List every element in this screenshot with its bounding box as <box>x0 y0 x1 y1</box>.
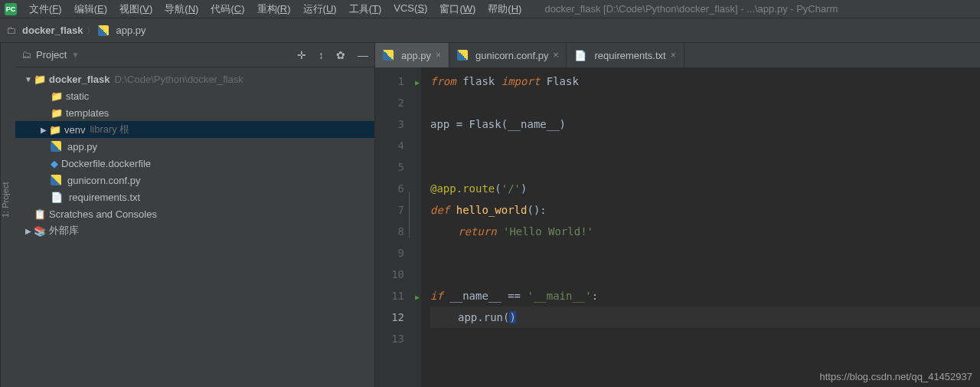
window-title: docker_flask [D:\Code\Python\docker_flas… <box>544 3 838 15</box>
tree-label: requirements.txt <box>69 192 140 203</box>
code-editor[interactable]: from flask import Flaskapp = Flask(__nam… <box>421 67 980 387</box>
disclosure-triangle-icon[interactable] <box>38 126 49 134</box>
tree-file-gunicorn[interactable]: gunicorn.conf.py <box>15 172 374 189</box>
close-icon[interactable]: × <box>671 50 676 61</box>
chevron-down-icon[interactable]: ▼ <box>71 51 79 59</box>
tab-label: app.py <box>401 50 431 61</box>
code-line[interactable]: def hello_world(): <box>430 199 980 221</box>
line-number[interactable]: 3 <box>375 113 404 135</box>
breadcrumb-file-label: app.py <box>116 25 146 36</box>
tool-window-tab-project[interactable]: 1: Project <box>0 43 15 387</box>
tree-label: venv <box>64 124 85 136</box>
line-number[interactable]: 5 <box>375 156 404 178</box>
minimize-icon[interactable]: — <box>358 49 368 61</box>
editor-tab[interactable]: requirements.txt× <box>567 43 684 67</box>
expand-icon[interactable]: ↕ <box>318 49 324 61</box>
run-marker-icon[interactable]: ▶ <box>415 72 420 93</box>
python-icon <box>51 175 61 185</box>
tree-label: Scratches and Consoles <box>49 208 157 220</box>
code-line[interactable] <box>430 156 980 178</box>
editor-tab[interactable]: app.py× <box>375 43 449 67</box>
tree-file-dockerfile[interactable]: ◆ Dockerfile.dockerfile <box>15 155 374 172</box>
code-line[interactable] <box>430 242 980 264</box>
tree-file-requirements[interactable]: requirements.txt <box>15 189 374 205</box>
project-panel-title: Project <box>36 49 67 61</box>
code-line[interactable]: if __name__ == '__main__': <box>430 285 980 307</box>
menu-bar: PC 文件(F)编辑(E)视图(V)导航(N)代码(C)重构(R)运行(U)工具… <box>0 0 980 18</box>
tree-folder-venv[interactable]: venv library 根 <box>15 121 374 138</box>
tree-file-app[interactable]: app.py <box>15 138 374 155</box>
code-line[interactable] <box>430 264 980 285</box>
folder-icon <box>51 107 63 119</box>
menu-item[interactable]: 文件(F) <box>23 1 68 18</box>
editor-area: app.py×gunicorn.conf.py×requirements.txt… <box>375 43 980 387</box>
line-number[interactable]: 7 <box>375 199 404 221</box>
breadcrumb-file[interactable]: app.py <box>98 25 146 36</box>
code-line[interactable]: from flask import Flask <box>430 71 980 92</box>
line-number[interactable]: 12 <box>375 307 404 328</box>
menu-item[interactable]: 导航(N) <box>158 1 204 18</box>
close-icon[interactable]: × <box>553 50 558 61</box>
line-number[interactable]: 10 <box>375 264 404 285</box>
code-line[interactable] <box>430 135 980 156</box>
tree-label: templates <box>66 107 109 119</box>
line-number[interactable]: 11 <box>375 285 404 307</box>
menu-item[interactable]: 工具(T) <box>343 1 388 18</box>
editor-tab[interactable]: gunicorn.conf.py× <box>449 43 567 67</box>
code-line[interactable]: app = Flask(__name__) <box>430 113 980 135</box>
code-line[interactable]: @app.route('/') <box>430 178 980 199</box>
menu-item[interactable]: 帮助(H) <box>482 1 528 18</box>
folder-icon <box>51 90 63 102</box>
breadcrumb-project-label: docker_flask <box>22 25 83 36</box>
breadcrumb-bar: docker_flask app.py <box>0 18 980 43</box>
code-line[interactable] <box>430 92 980 113</box>
folder-icon <box>6 25 18 36</box>
tree-folder-static[interactable]: static <box>15 87 374 104</box>
editor-body[interactable]: ▶ ▶ 12345678910111213 from flask import … <box>375 67 980 387</box>
locate-icon[interactable]: ✛ <box>297 49 306 61</box>
folder-icon <box>34 74 46 85</box>
disclosure-triangle-icon[interactable] <box>23 75 34 84</box>
folder-icon <box>49 124 61 136</box>
python-icon <box>51 141 61 152</box>
editor-gutter[interactable]: ▶ ▶ 12345678910111213 <box>375 67 421 387</box>
tab-label: gunicorn.conf.py <box>475 50 548 61</box>
tree-label: gunicorn.conf.py <box>67 175 140 186</box>
line-number[interactable]: 6 <box>375 178 404 199</box>
menu-item[interactable]: 编辑(E) <box>68 1 113 18</box>
line-number[interactable]: 13 <box>375 328 404 349</box>
menu-item[interactable]: 代码(C) <box>204 1 250 18</box>
close-icon[interactable]: × <box>436 50 441 61</box>
menu-item[interactable]: VCS(S) <box>387 1 433 18</box>
menu-item[interactable]: 重构(R) <box>251 1 297 18</box>
line-number[interactable]: 9 <box>375 242 404 264</box>
code-line[interactable] <box>430 328 980 349</box>
tool-window-tab-label: 1: Project <box>1 182 10 217</box>
tree-folder-templates[interactable]: templates <box>15 104 374 121</box>
tree-project-root[interactable]: docker_flask D:\Code\Python\docker_flask <box>15 71 374 87</box>
tree-external-libraries[interactable]: 外部库 <box>15 222 374 239</box>
line-number[interactable]: 8 <box>375 221 404 242</box>
scratches-icon <box>34 208 46 220</box>
library-icon <box>34 225 46 237</box>
text-file-icon <box>51 192 66 203</box>
gear-icon[interactable]: ✿ <box>336 49 345 61</box>
project-tree: docker_flask D:\Code\Python\docker_flask… <box>15 67 374 242</box>
watermark-text: https://blog.csdn.net/qq_41452937 <box>820 371 973 382</box>
tree-label: static <box>66 90 89 102</box>
run-marker-icon[interactable]: ▶ <box>415 287 420 308</box>
menu-item[interactable]: 视图(V) <box>113 1 158 18</box>
breadcrumb-project[interactable]: docker_flask <box>6 25 83 36</box>
menu-item[interactable]: 窗口(W) <box>433 1 482 18</box>
line-number[interactable]: 4 <box>375 135 404 156</box>
tree-scratches[interactable]: Scratches and Consoles <box>15 205 374 222</box>
menu-item[interactable]: 运行(U) <box>297 1 343 18</box>
python-icon <box>383 50 394 61</box>
disclosure-triangle-icon[interactable] <box>23 227 34 235</box>
line-number[interactable]: 2 <box>375 92 404 113</box>
tree-label: 外部库 <box>49 224 79 238</box>
code-line[interactable]: app.run() <box>430 307 980 328</box>
code-line[interactable]: return 'Hello World!' <box>430 221 980 242</box>
fold-indicator <box>409 192 410 238</box>
line-number[interactable]: 1 <box>375 71 404 92</box>
